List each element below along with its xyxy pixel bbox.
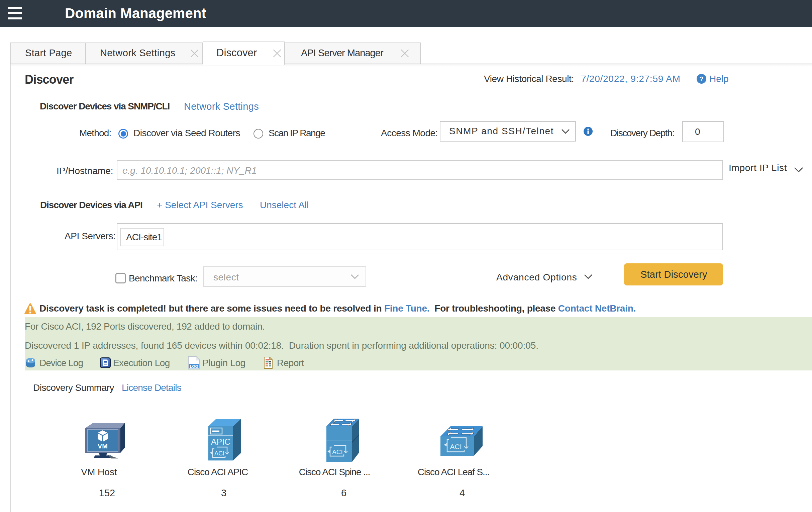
svg-text:ACI: ACI <box>332 449 343 455</box>
svg-text:LOG: LOG <box>190 365 198 369</box>
svg-text:APIC: APIC <box>211 437 230 447</box>
svg-text:VM: VM <box>98 442 108 450</box>
svg-text:ACI: ACI <box>450 443 462 451</box>
svg-text:?: ? <box>699 75 704 83</box>
svg-text:ACI: ACI <box>214 450 224 457</box>
